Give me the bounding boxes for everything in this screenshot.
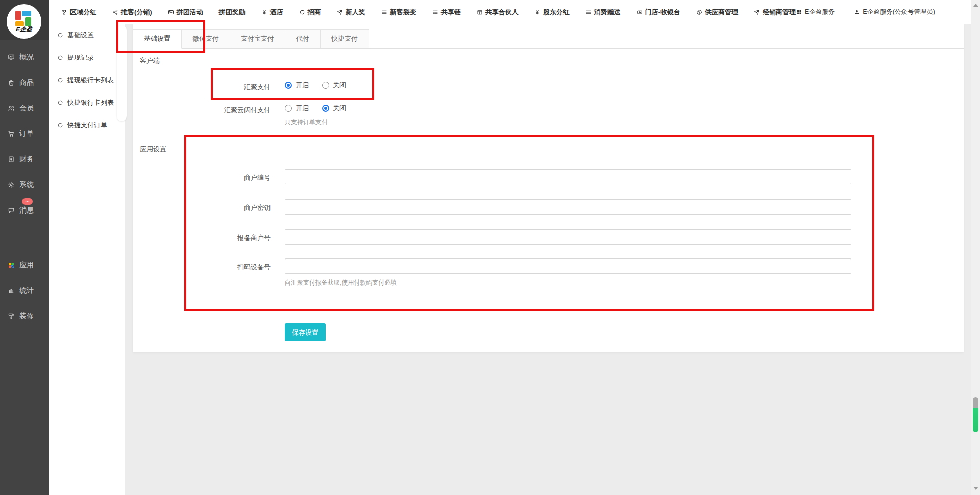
tab-daifu[interactable]: 代付 bbox=[285, 29, 321, 48]
topnav-item-shareholder-dividend[interactable]: 股东分红 bbox=[534, 8, 570, 17]
yen-icon bbox=[534, 9, 541, 15]
vertical-scrollbar-thumb[interactable] bbox=[973, 397, 978, 432]
award-icon bbox=[61, 9, 67, 15]
sidebar-item-members[interactable]: 会员 bbox=[0, 96, 49, 121]
radio-checked-icon[interactable] bbox=[322, 105, 329, 112]
merchant-key-label: 商户密钥 bbox=[133, 203, 271, 213]
huiju-pay-on-option[interactable]: 开启 bbox=[285, 81, 309, 90]
sidebar-item-messages[interactable]: 消息 ... bbox=[0, 198, 49, 223]
message-badge: ... bbox=[22, 198, 33, 205]
user-icon bbox=[854, 9, 860, 15]
tab-alipay[interactable]: 支付宝支付 bbox=[230, 29, 285, 48]
tab-basic-settings[interactable]: 基础设置 bbox=[133, 29, 182, 49]
topnav-item-dealer-mgmt[interactable]: 经销商管理 bbox=[754, 8, 796, 17]
scan-device-label: 扫码设备号 bbox=[133, 263, 271, 272]
topnav-item-supplier-mgmt[interactable]: 供应商管理 bbox=[696, 8, 738, 17]
sidebar-item-decorate[interactable]: 装修 bbox=[0, 303, 49, 329]
message-icon bbox=[8, 207, 15, 214]
topnav-item-region-dividend[interactable]: 区域分红 bbox=[61, 8, 96, 17]
logo-text: E企盈 bbox=[15, 26, 32, 33]
topnav-item-investment[interactable]: 招商 bbox=[299, 8, 321, 17]
topnav-item-store-cashier[interactable]: 门店-收银台 bbox=[636, 8, 680, 17]
huiju-quickpass-off-option[interactable]: 关闭 bbox=[322, 104, 346, 113]
sidebar-item-orders[interactable]: 订单 bbox=[0, 121, 49, 147]
scroll-up-arrow-icon[interactable] bbox=[973, 4, 978, 7]
radio-unchecked-icon[interactable] bbox=[322, 82, 329, 89]
apps-grid-icon bbox=[8, 262, 15, 269]
main-content: 基础设置 微信支付 支付宝支付 代付 快捷支付 客户端 汇聚支付 开启 关闭 汇… bbox=[133, 24, 964, 352]
scroll-down-arrow-icon[interactable] bbox=[973, 487, 978, 490]
sidebar-item-apps[interactable]: 应用 bbox=[0, 252, 49, 278]
main-sidebar: E企盈 概况 商品 会员 订单 财务 bbox=[0, 0, 49, 495]
submenu-item-basic-settings[interactable]: 基础设置 bbox=[49, 24, 125, 46]
settings-tabs: 基础设置 微信支付 支付宝支付 代付 快捷支付 bbox=[133, 29, 964, 49]
sidebar-item-system[interactable]: 系统 bbox=[0, 172, 49, 198]
admin-app: E企盈 概况 商品 会员 订单 财务 bbox=[0, 0, 980, 495]
report-merchant-input[interactable] bbox=[285, 229, 851, 245]
quickpass-note: 只支持订单支付 bbox=[285, 118, 328, 127]
huiju-pay-off-option[interactable]: 关闭 bbox=[322, 81, 346, 90]
bars-icon bbox=[585, 9, 592, 15]
sidebar-item-overview[interactable]: 概况 bbox=[0, 44, 49, 70]
tab-quick-pay[interactable]: 快捷支付 bbox=[321, 29, 369, 48]
submenu-item-quick-pay-orders[interactable]: 快捷支付订单 bbox=[49, 114, 125, 136]
topnav-item-group-activity[interactable]: 拼团活动 bbox=[168, 8, 203, 17]
submenu-item-withdraw-records[interactable]: 提现记录 bbox=[49, 46, 125, 69]
goods-icon bbox=[8, 79, 15, 86]
finance-submenu: 基础设置 提现记录 提现银行卡列表 快捷银行卡列表 快捷支付订单 bbox=[49, 24, 125, 495]
client-section-title: 客户端 bbox=[140, 56, 160, 65]
sidebar-nav: 概况 商品 会员 订单 财务 系统 bbox=[0, 40, 49, 329]
sidebar-spacer bbox=[0, 223, 49, 252]
overview-icon bbox=[8, 54, 15, 61]
huiju-quickpass-label: 汇聚云闪付支付 bbox=[133, 106, 271, 115]
topnav-item-share-partner[interactable]: 共享合伙人 bbox=[477, 8, 519, 17]
scan-device-note: 向汇聚支付报备获取,使用付款码支付必填 bbox=[285, 278, 397, 287]
circle-icon bbox=[57, 77, 63, 83]
sidebar-item-finance[interactable]: 财务 bbox=[0, 147, 49, 172]
account-menu[interactable]: E企盈服务(公众号管理员) bbox=[854, 8, 935, 16]
merchant-id-input[interactable] bbox=[285, 169, 851, 184]
app-section-title: 应用设置 bbox=[140, 145, 166, 154]
tab-wechat-pay[interactable]: 微信支付 bbox=[182, 29, 230, 48]
bar-chart-icon bbox=[8, 287, 15, 294]
yen-icon bbox=[261, 9, 267, 15]
bars-icon bbox=[381, 9, 387, 15]
topnav-item-group-reward[interactable]: 拼团奖励 bbox=[219, 8, 246, 17]
topnav-item-newcomer-award[interactable]: 新人奖 bbox=[337, 8, 365, 17]
merchant-key-input[interactable] bbox=[285, 199, 851, 215]
topnav-item-new-customer[interactable]: 新客裂变 bbox=[381, 8, 416, 17]
image-icon bbox=[168, 9, 174, 15]
topnav-item-consumption-gift[interactable]: 消费赠送 bbox=[585, 8, 621, 17]
topnav-item-promoter[interactable]: 推客(分销) bbox=[112, 8, 152, 17]
topnav-item-hotel[interactable]: 酒店 bbox=[261, 8, 283, 17]
submenu-item-withdraw-bankcards[interactable]: 提现银行卡列表 bbox=[49, 69, 125, 91]
submenu-item-quick-bankcards[interactable]: 快捷银行卡列表 bbox=[49, 91, 125, 114]
orders-icon bbox=[8, 130, 15, 137]
blocks-grid-icon bbox=[796, 9, 802, 15]
huiju-quickpass-radio-group: 开启 关闭 bbox=[285, 104, 346, 113]
system-icon bbox=[8, 181, 15, 188]
huiju-quickpass-on-option[interactable]: 开启 bbox=[285, 104, 309, 113]
app-logo: E企盈 bbox=[7, 4, 41, 39]
topnav: 区域分红 推客(分销) 拼团活动 拼团奖励 酒店 招商 bbox=[49, 8, 796, 17]
sidebar-item-stats[interactable]: 统计 bbox=[0, 278, 49, 303]
list-icon bbox=[432, 9, 438, 15]
radio-unchecked-icon[interactable] bbox=[285, 105, 292, 112]
radio-checked-icon[interactable] bbox=[285, 82, 292, 89]
service-menu[interactable]: E企盈服务 bbox=[796, 8, 835, 16]
submenu-scrollbar-thumb[interactable] bbox=[117, 25, 127, 121]
report-merchant-label: 报备商户号 bbox=[133, 233, 271, 243]
topbar: 区域分红 推客(分销) 拼团活动 拼团奖励 酒店 招商 bbox=[49, 0, 980, 24]
scan-device-input[interactable] bbox=[285, 258, 851, 274]
logo-mosaic-icon bbox=[15, 11, 33, 26]
divider bbox=[139, 160, 957, 160]
sidebar-item-goods[interactable]: 商品 bbox=[0, 70, 49, 96]
topnav-item-share-chain[interactable]: 共享链 bbox=[432, 8, 461, 17]
paper-plane-icon bbox=[754, 9, 760, 15]
logo-block[interactable]: E企盈 bbox=[0, 0, 49, 40]
divider bbox=[139, 72, 957, 72]
circle-icon bbox=[57, 55, 63, 61]
paint-roller-icon bbox=[8, 313, 15, 320]
recycle-icon bbox=[299, 9, 305, 15]
save-settings-button[interactable]: 保存设置 bbox=[285, 323, 326, 341]
